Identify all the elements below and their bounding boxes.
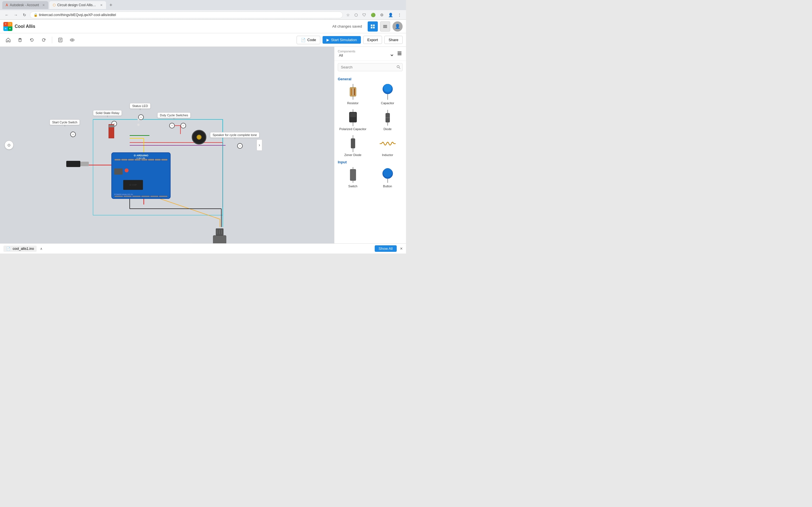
- settings-icon[interactable]: ⚙: [379, 12, 385, 18]
- tab-tinkercad-close[interactable]: ✕: [100, 3, 103, 7]
- svg-rect-4: [383, 25, 387, 25]
- inductor-image: [379, 135, 396, 152]
- list-view-icon: [383, 24, 388, 29]
- start-cycle-switch-component[interactable]: −: [70, 131, 76, 137]
- capacitor-image: [379, 83, 396, 100]
- relay-body: [109, 124, 114, 138]
- notes-button[interactable]: [56, 36, 65, 44]
- arduino-board[interactable]: ⊙ ARDUINO UNO IC CHIP POWER ANALOG IN: [111, 152, 170, 199]
- url-bar[interactable]: 🔒 tinkercad.com/things/blEQvqLqwXP-cool-…: [30, 11, 343, 18]
- reload-button[interactable]: ↻: [21, 12, 28, 18]
- input-component-1[interactable]: Switch: [338, 166, 368, 188]
- adblock-icon[interactable]: 🟢: [370, 12, 377, 18]
- component-zener-diode[interactable]: Zener Diode: [338, 135, 368, 157]
- tab-tinkercad[interactable]: ⬡ Circuit design Cool Allis | Tink... ✕: [49, 1, 106, 9]
- show-all-button[interactable]: Show All: [375, 245, 397, 252]
- trash-icon: [17, 38, 22, 43]
- arduino-ic: IC CHIP: [123, 180, 143, 190]
- component-capacitor[interactable]: Capacitor: [372, 83, 403, 105]
- duty-switch-2-minus[interactable]: −: [181, 123, 186, 128]
- user-avatar[interactable]: 👤: [393, 21, 403, 32]
- right-panel: Components All: [334, 47, 406, 243]
- inductor-label: Inductor: [382, 153, 393, 157]
- motor-component[interactable]: [211, 228, 228, 243]
- zoom-control[interactable]: ⊙: [4, 140, 13, 150]
- component-polarized-cap[interactable]: Polarized Capacitor: [338, 109, 368, 131]
- export-button[interactable]: Export: [363, 36, 382, 44]
- shield-icon[interactable]: 🛡: [361, 12, 367, 18]
- svg-rect-74: [350, 169, 356, 180]
- account-icon[interactable]: 👤: [387, 12, 394, 18]
- components-scroll[interactable]: General Res: [335, 73, 406, 243]
- arduino-pins-bottom: [114, 195, 168, 197]
- code-button[interactable]: 📄 Code: [297, 36, 320, 44]
- close-bar-button[interactable]: ×: [400, 246, 403, 251]
- svg-rect-63: [350, 113, 356, 117]
- tinkercad-logo: T I N K: [3, 22, 12, 31]
- lock-icon: 🔒: [34, 13, 38, 17]
- components-header-label: Components: [338, 50, 394, 53]
- input-comp-1-label: Switch: [348, 184, 357, 188]
- svg-rect-42: [213, 235, 226, 243]
- power-connector[interactable]: [65, 158, 90, 170]
- input-comp-2-svg: [380, 166, 395, 183]
- start-simulation-button[interactable]: ▶ Start Simulation: [322, 36, 361, 44]
- canvas-area[interactable]: Start Cycle Switch − Solid State Relay −…: [0, 47, 334, 243]
- circuit-view-button[interactable]: [368, 21, 378, 32]
- search-input[interactable]: [338, 63, 403, 71]
- extensions-icon[interactable]: ⬡: [353, 12, 359, 18]
- search-button[interactable]: [396, 65, 400, 69]
- delete-button[interactable]: [15, 36, 25, 44]
- home-button[interactable]: [3, 36, 13, 44]
- speaker-component[interactable]: [192, 130, 206, 145]
- menu-icon[interactable]: ⋮: [396, 12, 403, 18]
- list-icon: [397, 51, 402, 56]
- panel-list-view-button[interactable]: [396, 50, 403, 57]
- list-view-button[interactable]: [380, 21, 390, 32]
- input-component-2[interactable]: Button: [372, 166, 403, 188]
- led-body: [137, 119, 140, 127]
- logo-cell-k: K: [8, 26, 12, 31]
- bookmark-icon[interactable]: ☆: [345, 12, 351, 18]
- input-components-grid: Switch Button: [338, 166, 403, 188]
- file-chip[interactable]: 📄 cool_allis1.ino: [3, 245, 37, 252]
- tab-autodesk-close[interactable]: ✕: [42, 3, 45, 7]
- share-button[interactable]: Share: [384, 36, 403, 44]
- forward-button[interactable]: →: [12, 12, 19, 18]
- tab-autodesk[interactable]: A Autodesk - Account ✕: [2, 1, 48, 9]
- arduino-reset-btn[interactable]: [124, 168, 129, 172]
- new-tab-button[interactable]: +: [107, 2, 115, 8]
- components-filter-select[interactable]: All: [338, 53, 394, 58]
- zener-svg: [346, 135, 360, 153]
- file-chip-expand-button[interactable]: ∧: [40, 247, 43, 251]
- component-diode[interactable]: Diode: [372, 109, 403, 131]
- components-dropdown-row: All: [338, 53, 394, 58]
- redo-icon: [41, 38, 46, 43]
- logo-cell-n: N: [3, 26, 8, 31]
- logo-cell-i: I: [8, 22, 12, 26]
- panel-header: Components All: [335, 47, 406, 61]
- speaker-minus-button[interactable]: −: [237, 143, 243, 149]
- toolbar: 📄 Code ▶ Start Simulation Export Share: [0, 33, 406, 47]
- back-button[interactable]: ←: [3, 12, 10, 18]
- component-resistor[interactable]: Resistor: [338, 83, 368, 105]
- tinkercad-tab-icon: ⬡: [53, 3, 56, 7]
- general-section-title: General: [338, 77, 403, 81]
- resistor-label: Resistor: [347, 101, 358, 105]
- svg-rect-2: [371, 27, 372, 29]
- undo-button[interactable]: [27, 36, 37, 44]
- svg-point-14: [70, 39, 74, 41]
- component-inductor[interactable]: Inductor: [372, 135, 403, 157]
- power-connector-svg: [65, 158, 90, 169]
- capacitor-label: Capacitor: [381, 101, 394, 105]
- export-label: Export: [367, 38, 378, 42]
- motor-svg: [211, 228, 228, 243]
- input-comp-2-image: [379, 166, 396, 183]
- view-toggle-button[interactable]: [67, 36, 77, 44]
- components-filter-container: Components All: [338, 50, 394, 58]
- duty-switch-1-minus[interactable]: −: [169, 123, 175, 128]
- zener-diode-label: Zener Diode: [344, 153, 361, 157]
- panel-collapse-arrow[interactable]: ›: [257, 139, 262, 151]
- expand-icon: ∧: [40, 247, 43, 251]
- redo-button[interactable]: [39, 36, 49, 44]
